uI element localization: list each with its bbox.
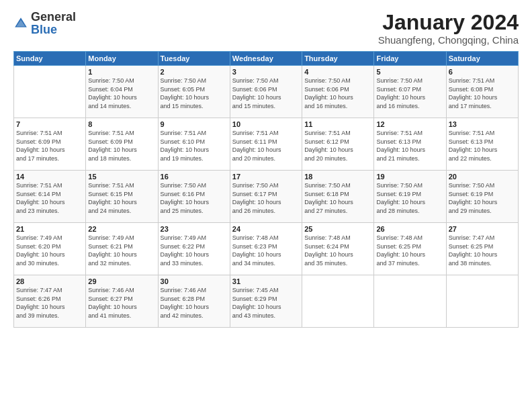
calendar-cell xyxy=(374,275,446,328)
calendar-table: Sunday Monday Tuesday Wednesday Thursday… xyxy=(13,51,519,328)
calendar-cell: 2Sunrise: 7:50 AM Sunset: 6:05 PM Daylig… xyxy=(158,66,230,118)
calendar-cell: 20Sunrise: 7:50 AM Sunset: 6:19 PM Dayli… xyxy=(446,171,518,223)
col-wednesday: Wednesday xyxy=(230,52,302,66)
day-number: 4 xyxy=(304,68,371,76)
calendar-cell: 14Sunrise: 7:51 AM Sunset: 6:14 PM Dayli… xyxy=(14,171,86,223)
day-info: Sunrise: 7:50 AM Sunset: 6:18 PM Dayligh… xyxy=(304,181,371,215)
calendar-cell: 22Sunrise: 7:49 AM Sunset: 6:21 PM Dayli… xyxy=(86,223,158,275)
day-number: 3 xyxy=(232,68,300,76)
page: General Blue January 2024 Shuangfeng, Ch… xyxy=(0,0,532,411)
day-number: 14 xyxy=(16,173,83,181)
logo-blue: Blue xyxy=(31,23,57,36)
day-info: Sunrise: 7:51 AM Sunset: 6:13 PM Dayligh… xyxy=(376,129,443,163)
day-info: Sunrise: 7:50 AM Sunset: 6:19 PM Dayligh… xyxy=(376,181,443,215)
calendar-cell: 4Sunrise: 7:50 AM Sunset: 6:06 PM Daylig… xyxy=(302,66,374,118)
day-info: Sunrise: 7:50 AM Sunset: 6:05 PM Dayligh… xyxy=(161,77,228,110)
day-number: 30 xyxy=(161,277,228,285)
calendar-cell: 17Sunrise: 7:50 AM Sunset: 6:17 PM Dayli… xyxy=(230,171,302,223)
calendar-cell: 3Sunrise: 7:50 AM Sunset: 6:06 PM Daylig… xyxy=(230,66,302,118)
calendar-header: Sunday Monday Tuesday Wednesday Thursday… xyxy=(14,52,519,66)
day-info: Sunrise: 7:46 AM Sunset: 6:27 PM Dayligh… xyxy=(88,286,155,320)
calendar-cell: 11Sunrise: 7:51 AM Sunset: 6:12 PM Dayli… xyxy=(302,118,374,171)
calendar-cell: 24Sunrise: 7:48 AM Sunset: 6:23 PM Dayli… xyxy=(230,223,302,275)
day-info: Sunrise: 7:51 AM Sunset: 6:09 PM Dayligh… xyxy=(16,129,83,163)
day-info: Sunrise: 7:51 AM Sunset: 6:15 PM Dayligh… xyxy=(88,181,155,215)
logo-general: General xyxy=(31,10,76,24)
calendar-cell: 28Sunrise: 7:47 AM Sunset: 6:26 PM Dayli… xyxy=(14,275,86,328)
day-info: Sunrise: 7:50 AM Sunset: 6:06 PM Dayligh… xyxy=(304,77,371,110)
day-info: Sunrise: 7:50 AM Sunset: 6:06 PM Dayligh… xyxy=(232,77,300,110)
day-info: Sunrise: 7:51 AM Sunset: 6:10 PM Dayligh… xyxy=(161,129,228,163)
calendar-cell: 30Sunrise: 7:46 AM Sunset: 6:28 PM Dayli… xyxy=(158,275,230,328)
calendar-week-row: 21Sunrise: 7:49 AM Sunset: 6:20 PM Dayli… xyxy=(14,223,519,275)
day-info: Sunrise: 7:51 AM Sunset: 6:08 PM Dayligh… xyxy=(449,77,516,110)
day-info: Sunrise: 7:50 AM Sunset: 6:04 PM Dayligh… xyxy=(88,77,155,110)
title-block: January 2024 Shuangfeng, Chongqing, Chin… xyxy=(378,11,519,46)
day-info: Sunrise: 7:46 AM Sunset: 6:28 PM Dayligh… xyxy=(161,286,228,320)
day-number: 19 xyxy=(376,173,443,181)
day-info: Sunrise: 7:51 AM Sunset: 6:14 PM Dayligh… xyxy=(16,181,83,215)
calendar-cell: 12Sunrise: 7:51 AM Sunset: 6:13 PM Dayli… xyxy=(374,118,446,171)
header-row: Sunday Monday Tuesday Wednesday Thursday… xyxy=(14,52,519,66)
day-number: 7 xyxy=(16,120,83,128)
day-info: Sunrise: 7:48 AM Sunset: 6:24 PM Dayligh… xyxy=(304,234,371,267)
col-monday: Monday xyxy=(86,52,158,66)
col-friday: Friday xyxy=(374,52,446,66)
calendar-cell: 19Sunrise: 7:50 AM Sunset: 6:19 PM Dayli… xyxy=(374,171,446,223)
day-number: 15 xyxy=(88,173,155,181)
header: General Blue January 2024 Shuangfeng, Ch… xyxy=(13,11,519,46)
calendar-cell: 21Sunrise: 7:49 AM Sunset: 6:20 PM Dayli… xyxy=(14,223,86,275)
calendar-cell: 31Sunrise: 7:45 AM Sunset: 6:29 PM Dayli… xyxy=(230,275,302,328)
calendar-cell: 7Sunrise: 7:51 AM Sunset: 6:09 PM Daylig… xyxy=(14,118,86,171)
logo-text: General Blue xyxy=(31,11,76,36)
calendar-cell: 25Sunrise: 7:48 AM Sunset: 6:24 PM Dayli… xyxy=(302,223,374,275)
calendar-cell: 18Sunrise: 7:50 AM Sunset: 6:18 PM Dayli… xyxy=(302,171,374,223)
day-number: 18 xyxy=(304,173,371,181)
day-info: Sunrise: 7:47 AM Sunset: 6:26 PM Dayligh… xyxy=(16,286,83,320)
day-info: Sunrise: 7:48 AM Sunset: 6:25 PM Dayligh… xyxy=(376,234,443,267)
calendar-cell xyxy=(446,275,518,328)
day-info: Sunrise: 7:49 AM Sunset: 6:21 PM Dayligh… xyxy=(88,234,155,267)
day-number: 9 xyxy=(161,120,228,128)
day-info: Sunrise: 7:51 AM Sunset: 6:09 PM Dayligh… xyxy=(88,129,155,163)
day-number: 29 xyxy=(88,277,155,285)
day-number: 28 xyxy=(16,277,83,285)
col-thursday: Thursday xyxy=(302,52,374,66)
calendar-week-row: 7Sunrise: 7:51 AM Sunset: 6:09 PM Daylig… xyxy=(14,118,519,171)
calendar-cell xyxy=(302,275,374,328)
day-number: 16 xyxy=(161,173,228,181)
logo-icon xyxy=(13,16,28,31)
day-number: 13 xyxy=(449,120,516,128)
logo: General Blue xyxy=(13,11,76,36)
day-number: 5 xyxy=(376,68,443,76)
day-info: Sunrise: 7:50 AM Sunset: 6:07 PM Dayligh… xyxy=(376,77,443,110)
day-number: 27 xyxy=(449,225,516,233)
subtitle: Shuangfeng, Chongqing, China xyxy=(378,34,519,46)
day-info: Sunrise: 7:51 AM Sunset: 6:11 PM Dayligh… xyxy=(232,129,300,163)
day-info: Sunrise: 7:50 AM Sunset: 6:17 PM Dayligh… xyxy=(232,181,300,215)
day-number: 22 xyxy=(88,225,155,233)
day-number: 11 xyxy=(304,120,371,128)
day-info: Sunrise: 7:49 AM Sunset: 6:20 PM Dayligh… xyxy=(16,234,83,267)
calendar-cell: 6Sunrise: 7:51 AM Sunset: 6:08 PM Daylig… xyxy=(446,66,518,118)
day-info: Sunrise: 7:48 AM Sunset: 6:23 PM Dayligh… xyxy=(232,234,300,267)
col-saturday: Saturday xyxy=(446,52,518,66)
day-number: 26 xyxy=(376,225,443,233)
calendar-week-row: 14Sunrise: 7:51 AM Sunset: 6:14 PM Dayli… xyxy=(14,171,519,223)
day-number: 17 xyxy=(232,173,300,181)
day-info: Sunrise: 7:47 AM Sunset: 6:25 PM Dayligh… xyxy=(449,234,516,267)
calendar-cell: 9Sunrise: 7:51 AM Sunset: 6:10 PM Daylig… xyxy=(158,118,230,171)
calendar-cell: 23Sunrise: 7:49 AM Sunset: 6:22 PM Dayli… xyxy=(158,223,230,275)
day-number: 31 xyxy=(232,277,300,285)
day-number: 2 xyxy=(161,68,228,76)
calendar-cell: 26Sunrise: 7:48 AM Sunset: 6:25 PM Dayli… xyxy=(374,223,446,275)
calendar-cell: 8Sunrise: 7:51 AM Sunset: 6:09 PM Daylig… xyxy=(86,118,158,171)
day-info: Sunrise: 7:50 AM Sunset: 6:19 PM Dayligh… xyxy=(449,181,516,215)
main-title: January 2024 xyxy=(378,11,519,34)
calendar-cell: 29Sunrise: 7:46 AM Sunset: 6:27 PM Dayli… xyxy=(86,275,158,328)
col-tuesday: Tuesday xyxy=(158,52,230,66)
col-sunday: Sunday xyxy=(14,52,86,66)
day-number: 25 xyxy=(304,225,371,233)
day-number: 8 xyxy=(88,120,155,128)
day-number: 24 xyxy=(232,225,300,233)
